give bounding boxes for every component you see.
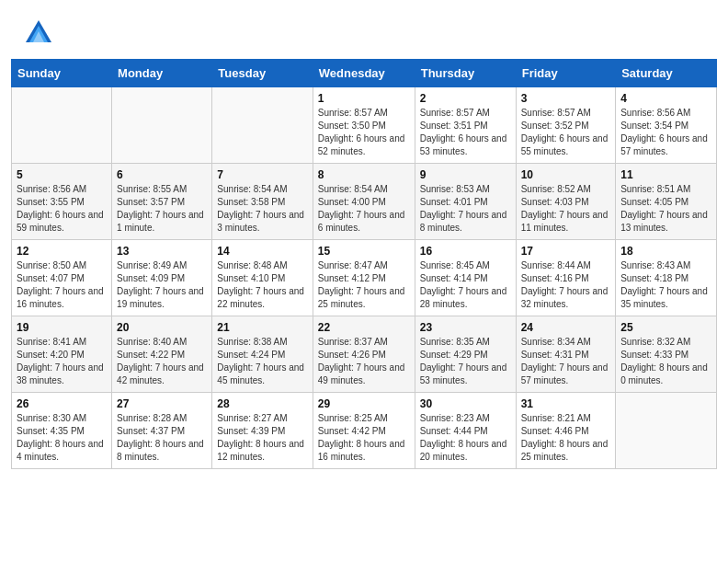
day-cell: 12 Sunrise: 8:50 AMSunset: 4:07 PMDaylig… bbox=[12, 240, 112, 316]
day-info: Sunrise: 8:38 AMSunset: 4:24 PMDaylight:… bbox=[217, 336, 307, 387]
day-cell: 3 Sunrise: 8:57 AMSunset: 3:52 PMDayligh… bbox=[516, 87, 616, 164]
day-number: 12 bbox=[17, 245, 107, 258]
day-info: Sunrise: 8:48 AMSunset: 4:10 PMDaylight:… bbox=[217, 259, 307, 311]
day-cell: 24 Sunrise: 8:34 AMSunset: 4:31 PMDaylig… bbox=[516, 316, 616, 393]
day-number: 16 bbox=[420, 245, 511, 258]
day-number: 11 bbox=[620, 168, 711, 181]
header-row: Sunday Monday Tuesday Wednesday Thursday… bbox=[12, 60, 717, 87]
day-number: 28 bbox=[217, 397, 307, 410]
day-cell: 1 Sunrise: 8:57 AMSunset: 3:50 PMDayligh… bbox=[313, 87, 415, 164]
day-number: 30 bbox=[420, 397, 511, 410]
day-number: 7 bbox=[217, 168, 307, 181]
day-info: Sunrise: 8:52 AMSunset: 4:03 PMDaylight:… bbox=[521, 183, 611, 235]
logo-icon bbox=[22, 17, 55, 50]
week-row-5: 26 Sunrise: 8:30 AMSunset: 4:35 PMDaylig… bbox=[12, 393, 717, 469]
day-number: 17 bbox=[521, 245, 611, 258]
day-cell bbox=[112, 87, 212, 164]
day-cell bbox=[12, 87, 112, 164]
day-number: 21 bbox=[217, 321, 307, 334]
day-info: Sunrise: 8:41 AMSunset: 4:20 PMDaylight:… bbox=[17, 336, 107, 387]
day-cell: 17 Sunrise: 8:44 AMSunset: 4:16 PMDaylig… bbox=[516, 240, 616, 316]
day-info: Sunrise: 8:57 AMSunset: 3:51 PMDaylight:… bbox=[420, 107, 511, 158]
day-cell: 22 Sunrise: 8:37 AMSunset: 4:26 PMDaylig… bbox=[313, 316, 415, 393]
day-number: 2 bbox=[420, 92, 511, 105]
day-cell bbox=[616, 393, 717, 469]
day-cell: 18 Sunrise: 8:43 AMSunset: 4:18 PMDaylig… bbox=[616, 240, 717, 316]
day-info: Sunrise: 8:25 AMSunset: 4:42 PMDaylight:… bbox=[318, 412, 410, 464]
day-number: 29 bbox=[318, 397, 410, 410]
day-info: Sunrise: 8:30 AMSunset: 4:35 PMDaylight:… bbox=[17, 412, 107, 464]
col-saturday: Saturday bbox=[616, 60, 717, 87]
calendar-table: Sunday Monday Tuesday Wednesday Thursday… bbox=[11, 59, 717, 469]
day-info: Sunrise: 8:43 AMSunset: 4:18 PMDaylight:… bbox=[620, 259, 711, 311]
day-cell: 9 Sunrise: 8:53 AMSunset: 4:01 PMDayligh… bbox=[415, 164, 516, 240]
col-sunday: Sunday bbox=[12, 60, 112, 87]
day-cell: 6 Sunrise: 8:55 AMSunset: 3:57 PMDayligh… bbox=[112, 164, 212, 240]
day-number: 5 bbox=[17, 168, 107, 181]
week-row-2: 5 Sunrise: 8:56 AMSunset: 3:55 PMDayligh… bbox=[12, 164, 717, 240]
day-cell: 4 Sunrise: 8:56 AMSunset: 3:54 PMDayligh… bbox=[616, 87, 717, 164]
col-tuesday: Tuesday bbox=[212, 60, 313, 87]
day-number: 8 bbox=[318, 168, 410, 181]
day-cell: 16 Sunrise: 8:45 AMSunset: 4:14 PMDaylig… bbox=[415, 240, 516, 316]
day-info: Sunrise: 8:50 AMSunset: 4:07 PMDaylight:… bbox=[17, 259, 107, 311]
day-info: Sunrise: 8:56 AMSunset: 3:55 PMDaylight:… bbox=[17, 183, 107, 235]
day-number: 26 bbox=[17, 397, 107, 410]
day-info: Sunrise: 8:45 AMSunset: 4:14 PMDaylight:… bbox=[420, 259, 511, 311]
day-number: 23 bbox=[420, 321, 511, 334]
day-cell: 26 Sunrise: 8:30 AMSunset: 4:35 PMDaylig… bbox=[12, 393, 112, 469]
day-cell: 11 Sunrise: 8:51 AMSunset: 4:05 PMDaylig… bbox=[616, 164, 717, 240]
day-cell: 8 Sunrise: 8:54 AMSunset: 4:00 PMDayligh… bbox=[313, 164, 415, 240]
day-number: 20 bbox=[117, 321, 207, 334]
day-info: Sunrise: 8:49 AMSunset: 4:09 PMDaylight:… bbox=[117, 259, 207, 311]
day-cell: 30 Sunrise: 8:23 AMSunset: 4:44 PMDaylig… bbox=[415, 393, 516, 469]
day-cell: 13 Sunrise: 8:49 AMSunset: 4:09 PMDaylig… bbox=[112, 240, 212, 316]
day-number: 13 bbox=[117, 245, 207, 258]
day-number: 14 bbox=[217, 245, 307, 258]
day-info: Sunrise: 8:32 AMSunset: 4:33 PMDaylight:… bbox=[620, 336, 711, 387]
day-info: Sunrise: 8:40 AMSunset: 4:22 PMDaylight:… bbox=[117, 336, 207, 387]
day-number: 4 bbox=[620, 92, 711, 105]
page-header bbox=[0, 0, 728, 59]
day-info: Sunrise: 8:53 AMSunset: 4:01 PMDaylight:… bbox=[420, 183, 511, 235]
week-row-4: 19 Sunrise: 8:41 AMSunset: 4:20 PMDaylig… bbox=[12, 316, 717, 393]
day-info: Sunrise: 8:57 AMSunset: 3:52 PMDaylight:… bbox=[521, 107, 611, 158]
day-cell: 23 Sunrise: 8:35 AMSunset: 4:29 PMDaylig… bbox=[415, 316, 516, 393]
day-cell: 25 Sunrise: 8:32 AMSunset: 4:33 PMDaylig… bbox=[616, 316, 717, 393]
day-info: Sunrise: 8:54 AMSunset: 4:00 PMDaylight:… bbox=[318, 183, 410, 235]
day-number: 1 bbox=[318, 92, 410, 105]
logo bbox=[22, 17, 59, 50]
day-cell: 21 Sunrise: 8:38 AMSunset: 4:24 PMDaylig… bbox=[212, 316, 313, 393]
week-row-1: 1 Sunrise: 8:57 AMSunset: 3:50 PMDayligh… bbox=[12, 87, 717, 164]
day-cell: 15 Sunrise: 8:47 AMSunset: 4:12 PMDaylig… bbox=[313, 240, 415, 316]
day-cell: 14 Sunrise: 8:48 AMSunset: 4:10 PMDaylig… bbox=[212, 240, 313, 316]
day-cell: 2 Sunrise: 8:57 AMSunset: 3:51 PMDayligh… bbox=[415, 87, 516, 164]
calendar-container: Sunday Monday Tuesday Wednesday Thursday… bbox=[0, 59, 728, 480]
day-number: 22 bbox=[318, 321, 410, 334]
day-info: Sunrise: 8:47 AMSunset: 4:12 PMDaylight:… bbox=[318, 259, 410, 311]
day-number: 25 bbox=[620, 321, 711, 334]
day-cell: 27 Sunrise: 8:28 AMSunset: 4:37 PMDaylig… bbox=[112, 393, 212, 469]
calendar-body: 1 Sunrise: 8:57 AMSunset: 3:50 PMDayligh… bbox=[12, 87, 717, 469]
day-number: 15 bbox=[318, 245, 410, 258]
day-info: Sunrise: 8:55 AMSunset: 3:57 PMDaylight:… bbox=[117, 183, 207, 235]
day-number: 18 bbox=[620, 245, 711, 258]
day-number: 6 bbox=[117, 168, 207, 181]
day-info: Sunrise: 8:44 AMSunset: 4:16 PMDaylight:… bbox=[521, 259, 611, 311]
day-info: Sunrise: 8:57 AMSunset: 3:50 PMDaylight:… bbox=[318, 107, 410, 158]
day-cell: 19 Sunrise: 8:41 AMSunset: 4:20 PMDaylig… bbox=[12, 316, 112, 393]
day-number: 3 bbox=[521, 92, 611, 105]
day-number: 10 bbox=[521, 168, 611, 181]
day-cell: 29 Sunrise: 8:25 AMSunset: 4:42 PMDaylig… bbox=[313, 393, 415, 469]
day-info: Sunrise: 8:56 AMSunset: 3:54 PMDaylight:… bbox=[620, 107, 711, 158]
day-cell bbox=[212, 87, 313, 164]
day-info: Sunrise: 8:54 AMSunset: 3:58 PMDaylight:… bbox=[217, 183, 307, 235]
day-number: 24 bbox=[521, 321, 611, 334]
col-wednesday: Wednesday bbox=[313, 60, 415, 87]
day-info: Sunrise: 8:28 AMSunset: 4:37 PMDaylight:… bbox=[117, 412, 207, 464]
day-info: Sunrise: 8:34 AMSunset: 4:31 PMDaylight:… bbox=[521, 336, 611, 387]
day-number: 27 bbox=[117, 397, 207, 410]
day-info: Sunrise: 8:37 AMSunset: 4:26 PMDaylight:… bbox=[318, 336, 410, 387]
day-info: Sunrise: 8:23 AMSunset: 4:44 PMDaylight:… bbox=[420, 412, 511, 464]
day-number: 19 bbox=[17, 321, 107, 334]
